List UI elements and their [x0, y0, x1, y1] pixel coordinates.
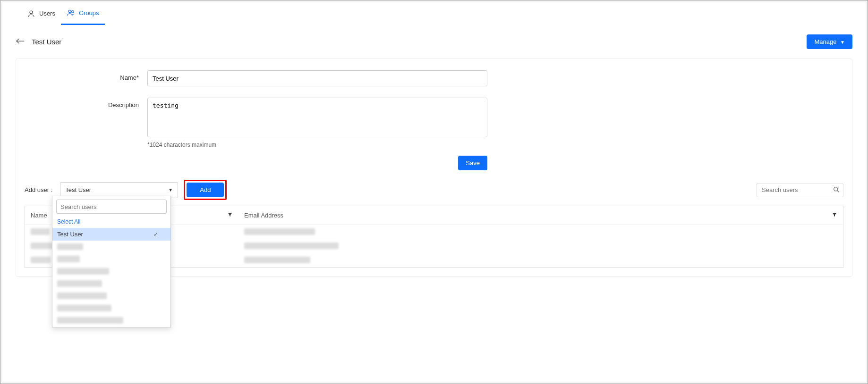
add-user-row: Add user : Test User ▼ Add Select All	[25, 180, 843, 200]
column-header-email[interactable]: Email Address	[238, 212, 843, 219]
dropdown-item[interactable]	[52, 302, 170, 314]
filter-icon[interactable]	[227, 212, 233, 219]
svg-point-3	[834, 187, 838, 191]
dropdown-item[interactable]	[52, 277, 170, 290]
svg-point-0	[30, 11, 33, 14]
manage-button[interactable]: Manage ▼	[807, 34, 852, 49]
group-icon	[67, 8, 75, 17]
dropdown-item-label: Test User	[57, 231, 83, 238]
table-search	[757, 183, 843, 197]
dropdown-item[interactable]	[52, 314, 170, 326]
page-header: Test User Manage ▼	[2, 25, 866, 58]
dropdown-item[interactable]	[52, 253, 170, 265]
select-all-link[interactable]: Select All	[52, 217, 170, 228]
caret-down-icon: ▼	[840, 40, 845, 45]
row-description: Description *1024 characters maximum	[25, 98, 843, 148]
tab-users[interactable]: Users	[21, 2, 61, 25]
tab-groups-label: Groups	[79, 9, 99, 17]
page-title: Test User	[32, 38, 61, 46]
dropdown-item[interactable]	[52, 265, 170, 277]
dropdown-search-input[interactable]	[56, 200, 167, 214]
column-name-label: Name	[31, 212, 47, 219]
column-email-label: Email Address	[244, 212, 283, 219]
main-panel: Name* Description *1024 characters maxim…	[16, 58, 852, 277]
dropdown-item[interactable]	[52, 241, 170, 253]
description-label: Description	[25, 98, 147, 109]
add-user-label: Add user :	[25, 186, 52, 193]
dropdown-item[interactable]	[52, 290, 170, 302]
dropdown-list[interactable]: Test User ✓	[52, 228, 170, 327]
row-name: Name*	[25, 70, 843, 86]
tabs-bar: Users Groups	[2, 2, 866, 25]
dropdown-item-selected[interactable]: Test User ✓	[52, 228, 170, 241]
name-label: Name*	[25, 70, 147, 81]
svg-point-2	[71, 11, 74, 13]
manage-button-label: Manage	[814, 38, 836, 45]
dropdown-item[interactable]	[52, 326, 170, 327]
name-input[interactable]	[147, 70, 487, 86]
user-combo-value: Test User	[65, 186, 91, 193]
filter-icon[interactable]	[832, 212, 837, 219]
tab-users-label: Users	[39, 10, 55, 17]
description-hint: *1024 characters maximum	[147, 142, 487, 148]
add-button[interactable]: Add	[187, 183, 224, 197]
description-input[interactable]	[147, 98, 487, 137]
user-icon	[27, 9, 35, 18]
back-arrow-icon[interactable]	[16, 37, 25, 46]
caret-down-icon: ▼	[168, 187, 173, 192]
save-button[interactable]: Save	[458, 156, 487, 170]
user-dropdown: Select All Test User ✓	[52, 196, 171, 327]
svg-point-1	[68, 10, 71, 12]
svg-line-4	[837, 190, 839, 192]
tab-groups[interactable]: Groups	[61, 2, 105, 25]
table-search-input[interactable]	[757, 183, 843, 197]
check-icon: ✓	[153, 231, 158, 238]
add-button-highlight: Add	[184, 180, 227, 200]
search-icon	[833, 186, 840, 194]
